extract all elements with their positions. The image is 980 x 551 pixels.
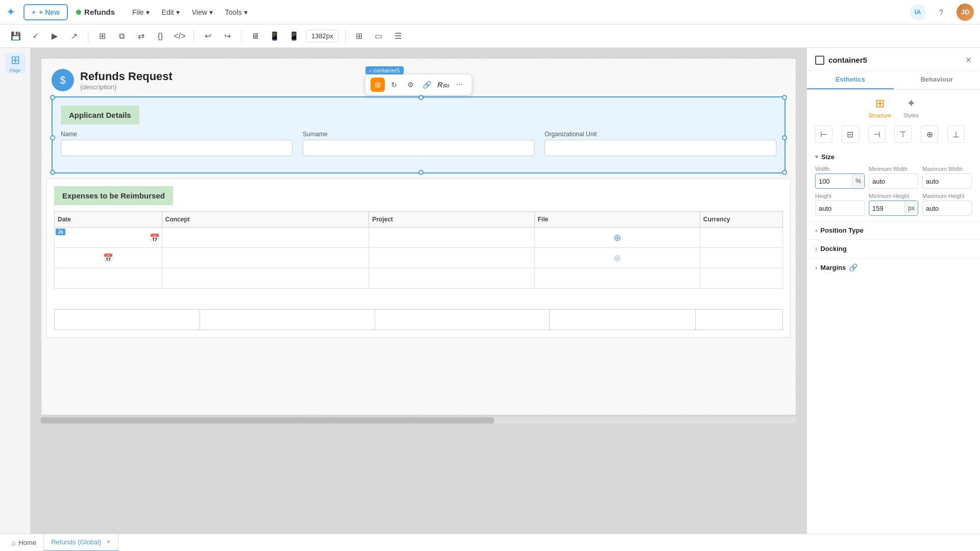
separator xyxy=(88,30,88,42)
resize-handle-bl[interactable] xyxy=(50,170,55,175)
close-tab-button[interactable]: ✕ xyxy=(106,539,111,545)
file-menu[interactable]: File ▾ xyxy=(127,6,155,18)
summary-cell-3[interactable] xyxy=(375,310,549,330)
align-top[interactable]: ⊤ xyxy=(894,126,912,143)
docking-section[interactable]: › Docking xyxy=(807,239,980,258)
desktop-icon[interactable]: 🖥 xyxy=(248,29,263,44)
date-cell-2[interactable]: 📅 xyxy=(55,248,162,268)
resize-handle-tr[interactable] xyxy=(782,95,787,100)
mobile-icon[interactable]: 📱 xyxy=(286,29,302,44)
resize-handle-mr[interactable] xyxy=(782,135,787,140)
currency-cell-1[interactable] xyxy=(700,228,782,248)
calendar-icon[interactable]: 📅 xyxy=(150,233,160,242)
resize-handle-tc[interactable] xyxy=(419,95,424,100)
tab-behaviour[interactable]: Behaviour xyxy=(894,70,981,89)
margins-section[interactable]: › Margins 🔗 xyxy=(807,258,980,277)
ft-settings-btn[interactable]: ⚙ xyxy=(403,78,418,92)
view-menu[interactable]: View ▾ xyxy=(187,6,218,18)
ft-structure-btn[interactable]: ⊞ xyxy=(371,78,385,92)
container5[interactable]: Applicant Details Name Surname xyxy=(52,96,786,173)
col-file: File xyxy=(534,212,700,228)
file-cell-3[interactable] xyxy=(534,268,700,289)
summary-cell-5[interactable] xyxy=(695,310,782,330)
rp-title-area: container5 xyxy=(815,56,867,65)
surname-input[interactable] xyxy=(303,140,534,156)
h-scrollbar[interactable] xyxy=(41,417,796,423)
js-badge: Js xyxy=(56,229,65,235)
min-width-input[interactable] xyxy=(869,178,918,185)
new-button[interactable]: + + New xyxy=(23,4,68,20)
align-center-h[interactable]: ⊟ xyxy=(842,126,859,143)
add-file-icon-2[interactable]: ⊕ xyxy=(614,253,621,263)
file-cell-1[interactable]: ⊕ xyxy=(534,228,700,248)
tab-esthetics[interactable]: Esthetics xyxy=(807,70,894,89)
project-cell-1[interactable] xyxy=(369,228,534,248)
concept-cell-1[interactable] xyxy=(162,228,369,248)
resize-handle-br[interactable] xyxy=(782,170,787,175)
date-cell-1[interactable]: Js 📅 xyxy=(55,228,162,248)
tab-home[interactable]: ⌂ Home xyxy=(4,534,44,552)
org-unit-input[interactable] xyxy=(545,140,776,156)
sidebar-item-page[interactable]: ⊞ Page xyxy=(5,53,26,73)
edit-menu[interactable]: Edit ▾ xyxy=(157,6,185,18)
align-right[interactable]: ⊣ xyxy=(868,126,886,143)
close-panel-button[interactable]: ✕ xyxy=(965,55,972,65)
ia-button[interactable]: IA xyxy=(910,4,926,20)
project-cell-2[interactable] xyxy=(369,248,534,268)
resize-handle-bc[interactable] xyxy=(419,170,424,175)
summary-cell-2[interactable] xyxy=(200,310,375,330)
size-section-header[interactable]: ▾ Size xyxy=(815,153,972,161)
width-input[interactable] xyxy=(816,178,852,185)
ft-rotate-btn[interactable]: ↻ xyxy=(387,78,401,92)
align-bottom[interactable]: ⊥ xyxy=(947,126,965,143)
play-icon[interactable]: ▶ xyxy=(47,29,62,44)
max-width-input[interactable] xyxy=(923,178,971,185)
tools-menu[interactable]: Tools ▾ xyxy=(220,6,253,18)
date-cell-3[interactable] xyxy=(55,268,162,289)
tab-refunds-global[interactable]: Refunds (Global) ✕ xyxy=(44,534,118,552)
currency-cell-2[interactable] xyxy=(700,248,782,268)
tablet-icon[interactable]: 📱 xyxy=(267,29,282,44)
canvas-wrapper[interactable]: $ Refunds Request {description} ⊞ ↻ ⚙ 🔗 … xyxy=(31,48,806,534)
redo-icon[interactable]: ↪ xyxy=(219,29,235,44)
summary-cell-1[interactable] xyxy=(55,310,200,330)
align-left[interactable]: ⊢ xyxy=(815,126,832,143)
embed-icon[interactable]: </> xyxy=(172,29,187,44)
user-avatar[interactable]: JD xyxy=(957,4,974,21)
check-icon[interactable]: ✓ xyxy=(28,29,43,44)
currency-cell-3[interactable] xyxy=(700,268,782,289)
max-height-input[interactable] xyxy=(923,205,971,212)
name-input[interactable] xyxy=(61,140,292,156)
summary-cell-4[interactable] xyxy=(550,310,695,330)
size-grid: Width % Minimum Width Maximum Width xyxy=(815,166,972,216)
variables-icon[interactable]: ⇄ xyxy=(133,29,149,44)
file-cell-2[interactable]: ⊕ xyxy=(534,248,700,268)
resize-handle-tl[interactable] xyxy=(50,95,55,100)
components-icon[interactable]: ⊞ xyxy=(94,29,110,44)
layers-icon[interactable]: ⧉ xyxy=(114,29,129,44)
table-row: Js 📅 ⊕ xyxy=(55,228,783,248)
grid-icon[interactable]: ⊞ xyxy=(352,29,367,44)
export-icon[interactable]: ↗ xyxy=(66,29,82,44)
concept-cell-2[interactable] xyxy=(162,248,369,268)
ft-more-btn[interactable]: ⋯ xyxy=(452,78,467,92)
project-cell-3[interactable] xyxy=(369,268,534,289)
window-icon[interactable]: ▭ xyxy=(371,29,386,44)
calendar-icon-2[interactable]: 📅 xyxy=(103,254,113,262)
resize-handle-ml[interactable] xyxy=(50,135,55,140)
position-type-section[interactable]: › Position Type xyxy=(807,221,980,239)
save-icon[interactable]: 💾 xyxy=(8,29,23,44)
code-icon[interactable]: {} xyxy=(153,29,168,44)
ft-link-btn[interactable]: 🔗 xyxy=(420,78,434,92)
structure-btn[interactable]: ⊞ Structure xyxy=(868,97,891,118)
help-button[interactable]: ? xyxy=(933,4,949,20)
height-input[interactable] xyxy=(816,205,864,212)
styles-btn[interactable]: ✦ Styles xyxy=(903,97,919,118)
align-center-v[interactable]: ⊕ xyxy=(921,126,938,143)
settings-icon[interactable]: ☰ xyxy=(390,29,406,44)
ft-r-btn[interactable]: R₍₀₎ xyxy=(436,78,450,92)
concept-cell-3[interactable] xyxy=(162,268,369,289)
undo-icon[interactable]: ↩ xyxy=(200,29,215,44)
add-file-icon[interactable]: ⊕ xyxy=(537,232,698,243)
min-height-input[interactable] xyxy=(869,205,904,212)
